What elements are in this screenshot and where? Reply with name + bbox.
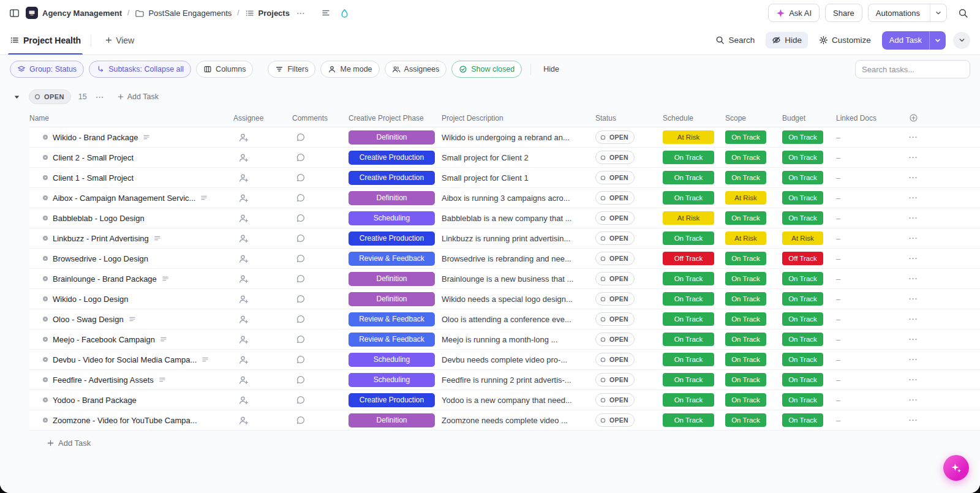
- task-status-circle[interactable]: [43, 418, 48, 423]
- me-mode-button[interactable]: Me mode: [320, 61, 379, 78]
- phase-pill[interactable]: Creative Production: [349, 151, 435, 165]
- row-more-button[interactable]: ⋯: [905, 273, 922, 285]
- task-status-circle[interactable]: [43, 377, 48, 382]
- status-badge[interactable]: OPEN: [595, 333, 635, 346]
- workspace-avatar[interactable]: [26, 7, 38, 19]
- phase-pill[interactable]: Review & Feedback: [349, 312, 435, 326]
- table-row[interactable]: Meejo - Facebook Campaign Review & Feedb…: [29, 329, 980, 350]
- phase-pill[interactable]: Definition: [349, 130, 435, 145]
- budget-pill[interactable]: On Track: [782, 130, 823, 144]
- search-tasks-input[interactable]: [855, 60, 970, 78]
- task-name[interactable]: Oloo - Swag Design: [53, 315, 124, 324]
- row-more-button[interactable]: ⋯: [905, 171, 922, 184]
- task-status-circle[interactable]: [43, 216, 48, 220]
- comments-cell[interactable]: [292, 415, 349, 425]
- project-description[interactable]: Yodoo is a new company that need...: [442, 396, 595, 405]
- share-button[interactable]: Share: [825, 4, 862, 22]
- phase-pill[interactable]: Review & Feedback: [349, 252, 435, 266]
- table-row[interactable]: Client 1 - Small Project Creative Produc…: [29, 168, 980, 188]
- assignee-cell[interactable]: [233, 193, 292, 203]
- task-status-circle[interactable]: [43, 135, 48, 140]
- row-more-button[interactable]: ⋯: [905, 353, 922, 366]
- project-description[interactable]: Linkbuzz is running print advertisin...: [442, 234, 595, 243]
- phase-pill[interactable]: Creative Production: [349, 171, 435, 185]
- schedule-pill[interactable]: On Track: [663, 272, 714, 285]
- group-status-badge[interactable]: OPEN: [29, 89, 71, 104]
- project-description[interactable]: Babbleblab is a new company that ...: [442, 214, 595, 223]
- scope-pill[interactable]: On Track: [725, 151, 766, 164]
- assignee-cell[interactable]: [233, 334, 292, 345]
- column-header-scope[interactable]: Scope: [725, 114, 782, 122]
- task-status-circle[interactable]: [43, 195, 48, 200]
- task-status-circle[interactable]: [43, 357, 48, 362]
- project-description[interactable]: Feedfire is running 2 print advertis-...: [442, 375, 595, 385]
- budget-pill[interactable]: On Track: [782, 413, 823, 427]
- task-name[interactable]: Browsedrive - Logo Design: [53, 254, 148, 263]
- breadcrumb-folder[interactable]: PostSale Engagements: [148, 9, 232, 18]
- schedule-pill[interactable]: On Track: [663, 413, 714, 427]
- assignee-cell[interactable]: [233, 395, 292, 405]
- task-name[interactable]: Brainlounge - Brand Package: [53, 274, 157, 284]
- table-row[interactable]: Client 2 - Small Project Creative Produc…: [29, 148, 980, 168]
- breadcrumb-list[interactable]: Projects: [258, 9, 290, 18]
- status-badge[interactable]: OPEN: [595, 130, 635, 144]
- row-more-button[interactable]: ⋯: [905, 374, 922, 386]
- scope-pill[interactable]: On Track: [725, 211, 766, 225]
- task-name[interactable]: Feedfire - Advertising Assets: [53, 375, 154, 385]
- sidebar-toggle-button[interactable]: [7, 6, 21, 20]
- schedule-pill[interactable]: At Risk: [663, 211, 714, 225]
- schedule-pill[interactable]: Off Track: [663, 252, 714, 265]
- customize-button[interactable]: Customize: [815, 32, 875, 48]
- task-status-circle[interactable]: [43, 175, 48, 180]
- task-status-circle[interactable]: [43, 256, 48, 261]
- row-more-button[interactable]: ⋯: [905, 293, 922, 305]
- schedule-pill[interactable]: On Track: [663, 151, 714, 164]
- status-badge[interactable]: OPEN: [595, 292, 635, 306]
- column-header-phase[interactable]: Creative Project Phase: [349, 114, 442, 122]
- comments-cell[interactable]: [292, 314, 349, 324]
- budget-pill[interactable]: On Track: [782, 151, 823, 164]
- project-description[interactable]: Oloo is attending a conference eve...: [442, 315, 595, 324]
- group-collapse-chevron[interactable]: [12, 92, 21, 102]
- status-badge[interactable]: OPEN: [595, 272, 635, 285]
- status-badge[interactable]: OPEN: [595, 231, 635, 245]
- row-more-button[interactable]: ⋯: [905, 151, 922, 164]
- row-more-button[interactable]: ⋯: [905, 192, 922, 204]
- project-description[interactable]: Small project for Client 1: [442, 173, 595, 183]
- task-name[interactable]: Aibox - Campaign Management Servic...: [53, 194, 195, 203]
- assignee-cell[interactable]: [233, 274, 292, 284]
- schedule-pill[interactable]: At Risk: [663, 130, 714, 144]
- budget-pill[interactable]: Off Track: [782, 252, 823, 265]
- scope-pill[interactable]: On Track: [725, 272, 766, 285]
- add-task-button[interactable]: Add Task: [882, 31, 946, 50]
- table-row[interactable]: Browsedrive - Logo Design Review & Feedb…: [29, 249, 980, 269]
- assignee-cell[interactable]: [233, 355, 292, 365]
- row-more-button[interactable]: ⋯: [905, 394, 922, 406]
- assignee-cell[interactable]: [233, 213, 292, 224]
- comments-cell[interactable]: [292, 193, 349, 203]
- budget-pill[interactable]: On Track: [782, 171, 823, 184]
- table-row[interactable]: Linkbuzz - Print Advertising Creative Pr…: [29, 228, 980, 249]
- scope-pill[interactable]: On Track: [725, 393, 766, 407]
- phase-pill[interactable]: Definition: [349, 272, 435, 286]
- schedule-pill[interactable]: On Track: [663, 171, 714, 184]
- assignees-button[interactable]: Assignees: [385, 61, 447, 78]
- chevron-down-icon[interactable]: [930, 4, 946, 21]
- column-header-budget[interactable]: Budget: [782, 114, 836, 122]
- phase-pill[interactable]: Scheduling: [349, 211, 435, 225]
- automations-button[interactable]: Automations: [868, 4, 947, 22]
- show-closed-button[interactable]: Show closed: [451, 61, 522, 78]
- assignee-cell[interactable]: [233, 314, 292, 325]
- task-name[interactable]: Wikido - Brand Package: [53, 133, 138, 142]
- task-status-circle[interactable]: [43, 276, 48, 281]
- scope-pill[interactable]: On Track: [725, 333, 766, 346]
- toolbar-hide-button[interactable]: Hide: [540, 64, 563, 74]
- row-more-button[interactable]: ⋯: [905, 212, 922, 224]
- project-description[interactable]: Zoomzone needs complete video ...: [442, 416, 595, 425]
- budget-pill[interactable]: On Track: [782, 373, 823, 386]
- scope-pill[interactable]: On Track: [725, 353, 766, 366]
- status-badge[interactable]: OPEN: [595, 191, 635, 205]
- scope-pill[interactable]: On Track: [725, 292, 766, 306]
- column-header-assignee[interactable]: Assignee: [233, 114, 292, 122]
- project-description[interactable]: Small project for Client 2: [442, 153, 595, 162]
